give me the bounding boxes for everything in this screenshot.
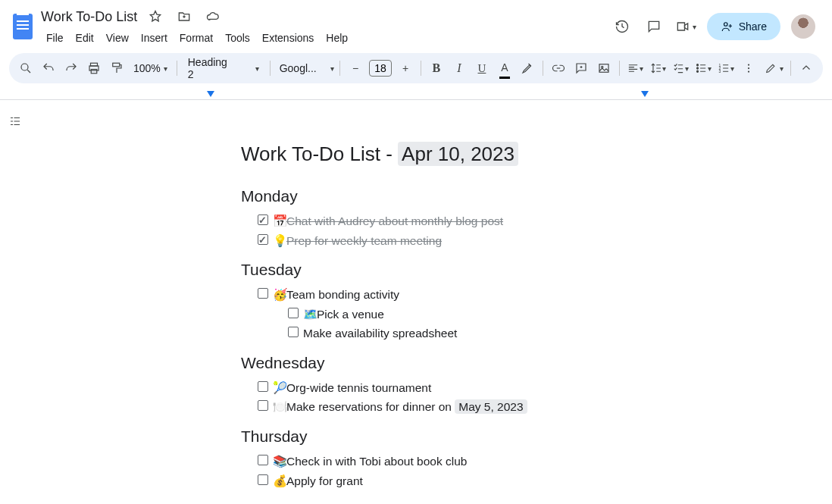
checklist-item[interactable]: 💡Prep for weekly team meeting xyxy=(258,231,682,251)
font-size-increase[interactable]: + xyxy=(395,58,416,79)
share-label: Share xyxy=(739,20,767,33)
checklist-item[interactable]: 🎾Org-wide tennis tournament xyxy=(258,378,682,398)
undo-icon[interactable] xyxy=(38,58,59,79)
more-icon[interactable] xyxy=(738,58,759,79)
add-comment-icon[interactable] xyxy=(571,58,592,79)
menu-file[interactable]: File xyxy=(41,29,69,47)
print-icon[interactable] xyxy=(83,58,105,79)
svg-rect-5 xyxy=(113,63,120,67)
paragraph-style-select[interactable]: Heading 2▾ xyxy=(182,56,265,80)
day-heading[interactable]: Monday xyxy=(241,187,682,205)
checkbox[interactable] xyxy=(258,474,268,485)
account-avatar[interactable] xyxy=(791,14,815,39)
checklist-text[interactable]: 📅Chat with Audrey about monthly blog pos… xyxy=(273,211,503,231)
svg-point-15 xyxy=(748,67,749,69)
svg-rect-6 xyxy=(599,64,608,73)
highlight-button[interactable] xyxy=(517,58,538,79)
date-chip[interactable]: Apr 10, 2023 xyxy=(398,142,518,166)
checklist-item[interactable]: 💰Apply for grant xyxy=(258,471,682,491)
svg-point-10 xyxy=(696,70,698,72)
checkbox[interactable] xyxy=(288,327,299,337)
document-title[interactable]: Work To-Do List xyxy=(41,9,137,25)
move-icon[interactable] xyxy=(174,6,195,27)
checkbox[interactable] xyxy=(258,455,268,465)
checklist-text[interactable]: 🎾Org-wide tennis tournament xyxy=(273,378,431,398)
menu-tools[interactable]: Tools xyxy=(220,29,255,47)
checklist-item[interactable]: 🍽️Make reservations for dinner on May 5,… xyxy=(258,397,682,417)
checkbox[interactable] xyxy=(258,234,268,245)
indent-marker-right[interactable] xyxy=(641,91,649,97)
checklist-text[interactable]: Make availability spreadsheet xyxy=(303,324,457,343)
bold-button[interactable]: B xyxy=(426,58,447,79)
checklist-item[interactable]: 🥳Team bonding activity xyxy=(258,285,682,305)
star-icon[interactable] xyxy=(145,6,166,27)
svg-point-8 xyxy=(696,64,698,66)
menu-edit[interactable]: Edit xyxy=(70,29,99,47)
redo-icon[interactable] xyxy=(61,58,82,79)
italic-button[interactable]: I xyxy=(449,58,470,79)
cloud-status-icon[interactable] xyxy=(202,6,224,27)
checklist-text[interactable]: 🍽️Make reservations for dinner on May 5,… xyxy=(273,397,527,417)
day-heading[interactable]: Thursday xyxy=(241,427,682,446)
ruler[interactable] xyxy=(0,88,832,100)
day-heading[interactable]: Wednesday xyxy=(241,354,682,372)
checklist-item[interactable]: 📅Chat with Audrey about monthly blog pos… xyxy=(258,211,682,231)
meet-icon[interactable]: ▾ xyxy=(675,16,696,37)
item-emoji-icon: 💰 xyxy=(273,471,286,491)
day-heading[interactable]: Tuesday xyxy=(241,261,682,279)
editing-mode-icon[interactable]: ▾ xyxy=(762,58,786,79)
docs-logo-icon[interactable] xyxy=(9,13,36,40)
font-family-select[interactable]: Googl...▾ xyxy=(275,62,335,74)
checkbox[interactable] xyxy=(258,288,268,299)
insert-link-icon[interactable] xyxy=(548,58,569,79)
history-icon[interactable] xyxy=(611,16,633,37)
checkbox[interactable] xyxy=(288,308,299,318)
comments-icon[interactable] xyxy=(643,16,665,37)
menu-format[interactable]: Format xyxy=(174,29,218,47)
document-body[interactable]: Work To-Do List - Apr 10, 2023Monday📅Cha… xyxy=(30,100,682,490)
checklist-text[interactable]: 🥳Team bonding activity xyxy=(273,285,399,305)
item-emoji-icon: 🎾 xyxy=(273,378,286,398)
search-icon[interactable] xyxy=(15,58,36,79)
checklist-item[interactable]: Make availability spreadsheet xyxy=(258,324,682,343)
bulleted-list-button[interactable]: ▾ xyxy=(693,58,714,79)
indent-marker-left[interactable] xyxy=(207,91,214,97)
numbered-list-button[interactable]: 123▾ xyxy=(715,58,737,79)
font-size-input[interactable] xyxy=(369,60,392,77)
checklist-button[interactable]: ▾ xyxy=(670,58,691,79)
outline-toggle-icon[interactable] xyxy=(5,111,26,132)
menu-help[interactable]: Help xyxy=(321,29,353,47)
checklist-item[interactable]: 📚Check in with Tobi about book club xyxy=(258,452,682,471)
checklist-text[interactable]: 🗺️Pick a venue xyxy=(303,305,384,324)
checklist-text[interactable]: 💰Apply for grant xyxy=(273,471,363,491)
zoom-select[interactable]: 100%▾ xyxy=(129,62,172,74)
checklist-text[interactable]: 📚Check in with Tobi about book club xyxy=(273,452,467,471)
line-spacing-button[interactable]: ▾ xyxy=(647,58,668,79)
doc-heading-1[interactable]: Work To-Do List - Apr 10, 2023 xyxy=(241,142,682,166)
insert-image-icon[interactable] xyxy=(593,58,615,79)
underline-button[interactable]: U xyxy=(471,58,493,79)
font-size-decrease[interactable]: − xyxy=(345,58,366,79)
toolbar: 100%▾ Heading 2▾ Googl...▾ − + B I U A ▾… xyxy=(9,53,823,83)
collapse-toolbar-icon[interactable] xyxy=(796,58,817,79)
checkbox[interactable] xyxy=(258,400,268,411)
menu-extensions[interactable]: Extensions xyxy=(257,29,319,47)
menu-view[interactable]: View xyxy=(101,29,134,47)
svg-point-1 xyxy=(21,64,28,70)
share-button[interactable]: Share xyxy=(707,13,780,40)
checklist-item[interactable]: 🗺️Pick a venue xyxy=(258,305,682,324)
checkbox[interactable] xyxy=(258,214,268,225)
svg-text:3: 3 xyxy=(718,70,721,74)
item-emoji-icon: 🍽️ xyxy=(273,397,286,417)
align-button[interactable]: ▾ xyxy=(624,58,646,79)
item-emoji-icon: 📅 xyxy=(273,211,286,231)
menu-insert[interactable]: Insert xyxy=(136,29,173,47)
svg-point-14 xyxy=(748,64,749,65)
date-chip[interactable]: May 5, 2023 xyxy=(455,399,527,414)
checklist-text[interactable]: 💡Prep for weekly team meeting xyxy=(273,231,442,251)
paint-format-icon[interactable] xyxy=(106,58,127,79)
svg-point-9 xyxy=(696,67,698,69)
text-color-button[interactable]: A xyxy=(494,58,515,79)
item-emoji-icon: 🗺️ xyxy=(303,305,317,324)
checkbox[interactable] xyxy=(258,381,268,392)
